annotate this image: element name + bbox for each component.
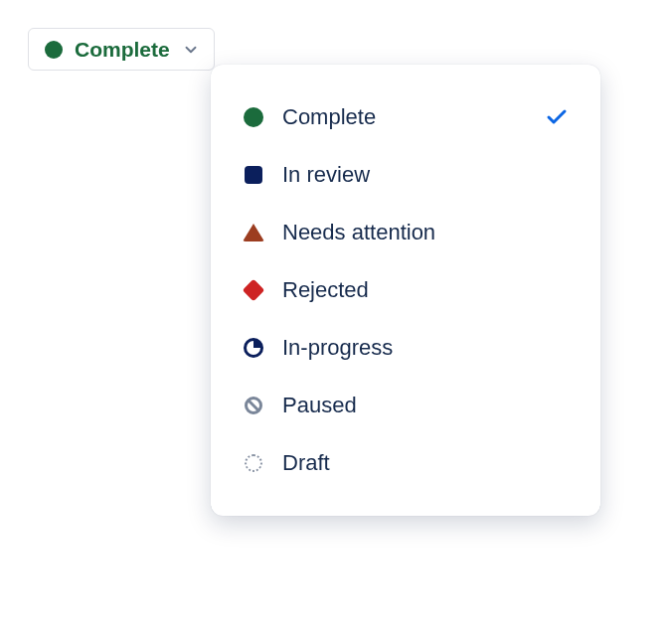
status-dropdown-menu: CompleteIn reviewNeeds attentionRejected…	[211, 65, 600, 516]
status-option-in-review[interactable]: In review	[219, 146, 592, 204]
status-option-in-progress[interactable]: In-progress	[219, 319, 592, 377]
pie-icon	[243, 337, 264, 359]
check-icon	[545, 105, 569, 129]
status-trigger-label: Complete	[75, 39, 170, 60]
status-option-complete[interactable]: Complete	[219, 88, 592, 146]
status-option-label: In-progress	[282, 335, 569, 361]
status-option-label: In review	[282, 162, 569, 188]
diamond-icon	[243, 279, 264, 301]
status-option-label: Rejected	[282, 277, 569, 303]
status-option-label: Needs attention	[282, 220, 569, 245]
status-option-paused[interactable]: Paused	[219, 377, 592, 434]
dotted-circle-icon	[243, 452, 264, 474]
status-option-draft[interactable]: Draft	[219, 434, 592, 492]
square-solid-icon	[243, 164, 264, 186]
status-dropdown-trigger[interactable]: Complete	[28, 28, 215, 71]
status-option-rejected[interactable]: Rejected	[219, 261, 592, 319]
chevron-down-icon	[182, 41, 200, 59]
circle-solid-icon	[243, 106, 264, 128]
status-option-label: Draft	[282, 450, 569, 476]
status-option-label: Paused	[282, 393, 569, 418]
triangle-icon	[243, 222, 264, 243]
status-option-needs-attention[interactable]: Needs attention	[219, 204, 592, 261]
status-dot-icon	[45, 41, 63, 59]
status-option-label: Complete	[282, 104, 527, 130]
slash-circle-icon	[243, 395, 264, 416]
